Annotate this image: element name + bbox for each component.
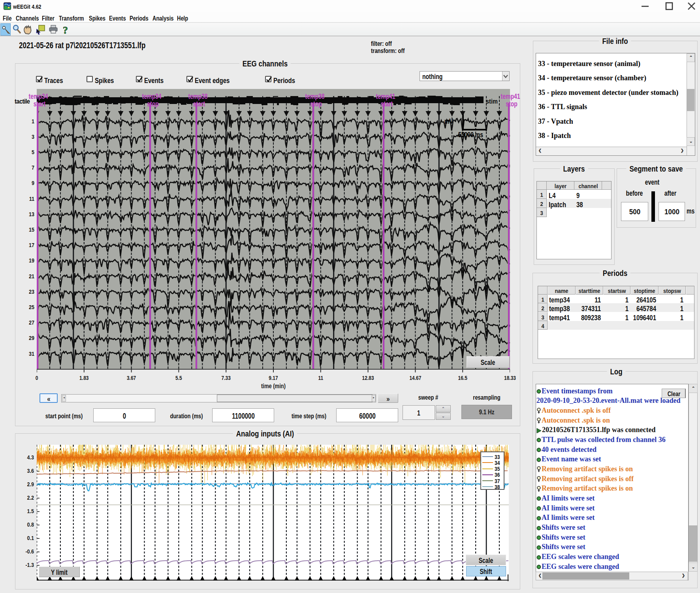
svg-text:?: ? [63,25,68,35]
